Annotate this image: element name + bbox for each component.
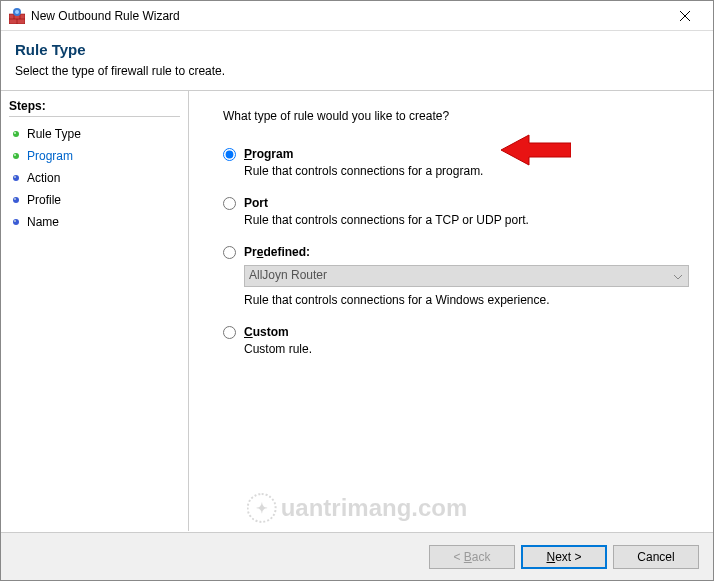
wizard-window: New Outbound Rule Wizard Rule Type Selec… xyxy=(0,0,714,581)
option-custom: Custom Custom rule. xyxy=(223,325,689,356)
option-predefined-row[interactable]: Predefined: xyxy=(223,245,689,259)
bullet-icon xyxy=(11,195,21,205)
step-label: Program xyxy=(27,149,73,163)
step-label: Name xyxy=(27,215,59,229)
back-button: < Back xyxy=(429,545,515,569)
step-action[interactable]: Action xyxy=(9,167,180,189)
bullet-icon xyxy=(11,129,21,139)
option-predefined-desc: Rule that controls connections for a Win… xyxy=(244,293,689,307)
option-program-label: Program xyxy=(244,147,293,161)
step-profile[interactable]: Profile xyxy=(9,189,180,211)
svg-point-6 xyxy=(15,10,19,14)
radio-program[interactable] xyxy=(223,148,236,161)
bullet-icon xyxy=(11,217,21,227)
step-label: Action xyxy=(27,171,60,185)
predefined-dropdown-value: AllJoyn Router xyxy=(249,268,327,282)
option-program-desc: Rule that controls connections for a pro… xyxy=(244,164,689,178)
option-port-desc: Rule that controls connections for a TCP… xyxy=(244,213,689,227)
svg-point-14 xyxy=(14,176,16,178)
radio-port[interactable] xyxy=(223,197,236,210)
option-custom-label: Custom xyxy=(244,325,289,339)
next-button[interactable]: Next > xyxy=(521,545,607,569)
option-program: Program Rule that controls connections f… xyxy=(223,147,689,178)
svg-point-13 xyxy=(13,175,19,181)
svg-point-15 xyxy=(13,197,19,203)
option-program-row[interactable]: Program xyxy=(223,147,689,161)
svg-point-9 xyxy=(13,131,19,137)
close-icon xyxy=(680,11,690,21)
cancel-button[interactable]: Cancel xyxy=(613,545,699,569)
window-title: New Outbound Rule Wizard xyxy=(31,9,665,23)
radio-predefined[interactable] xyxy=(223,246,236,259)
option-predefined-label: Predefined: xyxy=(244,245,310,259)
option-predefined: Predefined: AllJoyn Router Rule that con… xyxy=(223,245,689,307)
page-title: Rule Type xyxy=(15,41,699,58)
wizard-header: Rule Type Select the type of firewall ru… xyxy=(1,31,713,90)
wizard-footer: < Back Next > Cancel xyxy=(1,532,713,580)
option-port: Port Rule that controls connections for … xyxy=(223,196,689,227)
step-label: Rule Type xyxy=(27,127,81,141)
bullet-icon xyxy=(11,151,21,161)
firewall-icon xyxy=(9,8,25,24)
step-label: Profile xyxy=(27,193,61,207)
step-program[interactable]: Program xyxy=(9,145,180,167)
svg-point-17 xyxy=(13,219,19,225)
option-custom-desc: Custom rule. xyxy=(244,342,689,356)
close-button[interactable] xyxy=(665,2,705,30)
svg-point-10 xyxy=(14,132,16,134)
steps-panel: Steps: Rule Type Program Action xyxy=(1,91,189,531)
titlebar: New Outbound Rule Wizard xyxy=(1,1,713,31)
svg-point-16 xyxy=(14,198,16,200)
page-subtitle: Select the type of firewall rule to crea… xyxy=(15,64,699,78)
predefined-dropdown: AllJoyn Router xyxy=(244,265,689,287)
radio-custom[interactable] xyxy=(223,326,236,339)
steps-heading: Steps: xyxy=(9,99,180,117)
step-name[interactable]: Name xyxy=(9,211,180,233)
step-rule-type[interactable]: Rule Type xyxy=(9,123,180,145)
option-port-label: Port xyxy=(244,196,268,210)
svg-point-18 xyxy=(14,220,16,222)
wizard-body: Steps: Rule Type Program Action xyxy=(1,91,713,531)
option-custom-row[interactable]: Custom xyxy=(223,325,689,339)
option-port-row[interactable]: Port xyxy=(223,196,689,210)
svg-point-11 xyxy=(13,153,19,159)
content-panel: What type of rule would you like to crea… xyxy=(189,91,713,531)
chevron-down-icon xyxy=(674,269,682,283)
svg-point-12 xyxy=(14,154,16,156)
bullet-icon xyxy=(11,173,21,183)
prompt-text: What type of rule would you like to crea… xyxy=(223,109,689,123)
